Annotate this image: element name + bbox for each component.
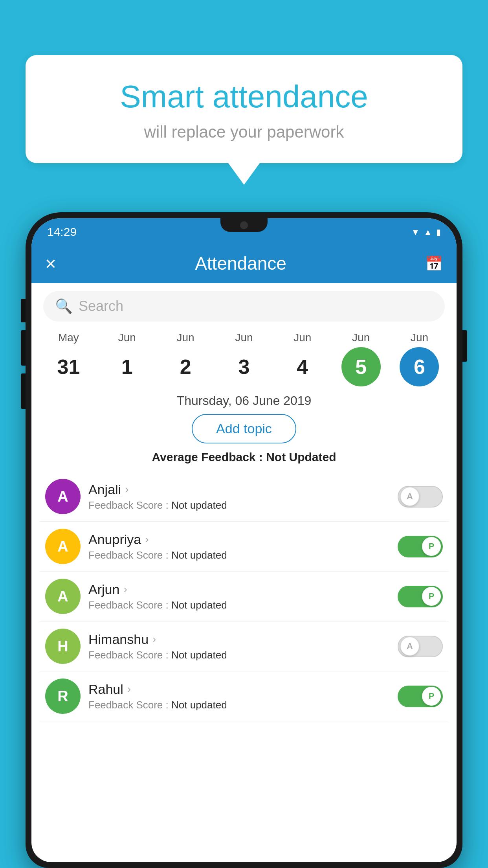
status-time: 14:29	[47, 225, 77, 239]
student-arrow-icon: ›	[145, 533, 149, 546]
add-topic-button[interactable]: Add topic	[192, 414, 296, 443]
attendance-toggle[interactable]: A	[398, 486, 443, 508]
student-feedback: Feedback Score : Not updated	[88, 499, 398, 511]
header-title: Attendance	[195, 253, 286, 274]
feedback-value: Not updated	[171, 549, 227, 561]
phone-screen: 14:29 × Attendance 🔍 Search May31Jun1Jun…	[31, 218, 457, 862]
feedback-value: Not updated	[171, 599, 227, 611]
cal-month-label: Jun	[352, 331, 370, 344]
student-arrow-icon: ›	[123, 583, 127, 596]
attendance-toggle[interactable]: P	[398, 536, 443, 557]
volume-up-button	[21, 299, 26, 322]
toggle-knob: P	[422, 537, 441, 556]
cal-date-number[interactable]: 1	[107, 347, 147, 386]
student-item[interactable]: AAnjali ›Feedback Score : Not updatedA	[39, 472, 449, 522]
calendar-day[interactable]: Jun2	[160, 331, 211, 386]
toggle-knob: A	[400, 487, 419, 506]
wifi-icon	[411, 226, 420, 237]
student-item[interactable]: RRahul ›Feedback Score : Not updatedP	[39, 671, 449, 721]
toggle-knob: A	[400, 637, 419, 656]
feedback-value: Not updated	[171, 649, 227, 661]
student-avatar: A	[45, 529, 81, 564]
search-bar[interactable]: 🔍 Search	[43, 291, 445, 322]
battery-icon	[436, 226, 441, 237]
student-info: Anupriya ›Feedback Score : Not updated	[88, 532, 398, 561]
calendar-day[interactable]: Jun5	[336, 331, 387, 386]
cal-month-label: Jun	[294, 331, 311, 344]
student-item[interactable]: HHimanshu ›Feedback Score : Not updatedA	[39, 622, 449, 671]
feedback-value: Not updated	[171, 499, 227, 511]
cal-month-label: May	[58, 331, 79, 344]
student-item[interactable]: AArjun ›Feedback Score : Not updatedP	[39, 572, 449, 622]
student-avatar: R	[45, 679, 81, 714]
student-feedback: Feedback Score : Not updated	[88, 549, 398, 561]
student-feedback: Feedback Score : Not updated	[88, 699, 398, 711]
volume-down-button	[21, 330, 26, 366]
student-avatar: A	[45, 479, 81, 514]
signal-icon	[424, 226, 432, 237]
speech-bubble: Smart attendance will replace your paper…	[26, 55, 462, 163]
speech-bubble-arrow	[228, 163, 260, 185]
calendar-day[interactable]: Jun1	[101, 331, 152, 386]
student-name: Anjali ›	[88, 482, 398, 497]
toggle-knob: P	[422, 587, 441, 606]
front-camera	[240, 221, 248, 229]
toggle-knob: P	[422, 687, 441, 706]
speech-bubble-container: Smart attendance will replace your paper…	[26, 55, 462, 185]
student-feedback: Feedback Score : Not updated	[88, 599, 398, 611]
calendar-day[interactable]: Jun4	[277, 331, 328, 386]
cal-month-label: Jun	[118, 331, 136, 344]
cal-month-label: Jun	[235, 331, 253, 344]
cal-date-number[interactable]: 2	[166, 347, 205, 386]
attendance-toggle[interactable]: P	[398, 686, 443, 707]
close-button[interactable]: ×	[45, 253, 56, 274]
student-info: Rahul ›Feedback Score : Not updated	[88, 682, 398, 711]
student-arrow-icon: ›	[125, 483, 128, 496]
calendar-strip: May31Jun1Jun2Jun3Jun4Jun5Jun6	[31, 327, 457, 386]
attendance-toggle[interactable]: A	[398, 636, 443, 657]
power-button	[462, 330, 467, 362]
student-arrow-icon: ›	[152, 633, 156, 645]
search-icon: 🔍	[55, 298, 73, 314]
cal-month-label: Jun	[177, 331, 194, 344]
calendar-day[interactable]: May31	[43, 331, 94, 386]
feedback-value: Not updated	[171, 699, 227, 711]
calendar-icon[interactable]	[425, 255, 443, 272]
average-feedback: Average Feedback : Not Updated	[31, 451, 457, 464]
student-name: Himanshu ›	[88, 632, 398, 647]
calendar-day[interactable]: Jun6	[394, 331, 445, 386]
student-list: AAnjali ›Feedback Score : Not updatedAAA…	[31, 472, 457, 721]
student-feedback: Feedback Score : Not updated	[88, 649, 398, 661]
phone-frame: 14:29 × Attendance 🔍 Search May31Jun1Jun…	[26, 212, 462, 868]
cal-date-number[interactable]: 3	[224, 347, 264, 386]
app-header: × Attendance	[31, 244, 457, 283]
search-placeholder: Search	[79, 298, 123, 314]
speech-bubble-title: Smart attendance	[41, 79, 447, 115]
status-icons	[411, 226, 441, 237]
cal-date-number[interactable]: 31	[49, 347, 88, 386]
student-item[interactable]: AAnupriya ›Feedback Score : Not updatedP	[39, 522, 449, 572]
speech-bubble-subtitle: will replace your paperwork	[41, 123, 447, 142]
cal-date-number[interactable]: 6	[400, 347, 439, 386]
student-info: Anjali ›Feedback Score : Not updated	[88, 482, 398, 511]
silent-button	[21, 373, 26, 409]
student-avatar: H	[45, 629, 81, 664]
student-avatar: A	[45, 579, 81, 614]
avg-feedback-label: Average Feedback :	[152, 451, 266, 463]
cal-month-label: Jun	[411, 331, 428, 344]
student-info: Himanshu ›Feedback Score : Not updated	[88, 632, 398, 661]
avg-feedback-value: Not Updated	[266, 451, 336, 463]
selected-date-label: Thursday, 06 June 2019	[31, 394, 457, 408]
cal-date-number[interactable]: 5	[341, 347, 381, 386]
student-arrow-icon: ›	[127, 683, 131, 695]
student-info: Arjun ›Feedback Score : Not updated	[88, 582, 398, 611]
student-name: Arjun ›	[88, 582, 398, 597]
attendance-toggle[interactable]: P	[398, 586, 443, 607]
student-name: Anupriya ›	[88, 532, 398, 547]
calendar-day[interactable]: Jun3	[218, 331, 270, 386]
phone-notch	[220, 218, 268, 232]
cal-date-number[interactable]: 4	[283, 347, 322, 386]
student-name: Rahul ›	[88, 682, 398, 697]
